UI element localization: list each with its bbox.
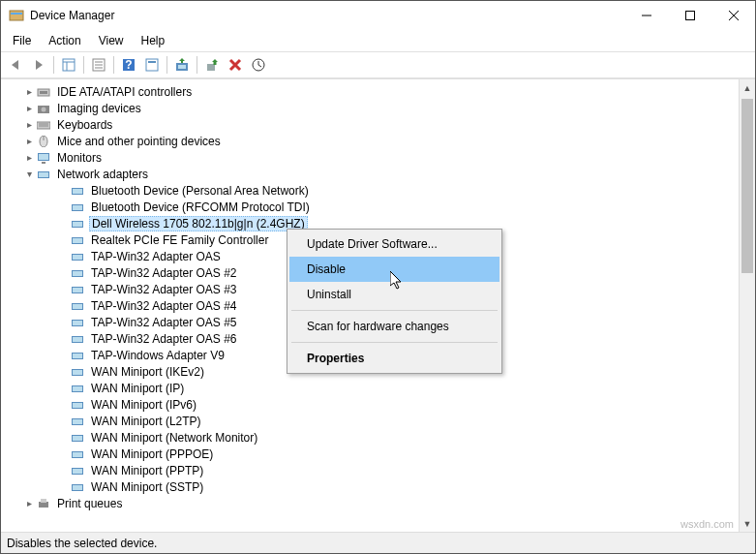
context-menu-item[interactable]: Update Driver Software... xyxy=(289,231,499,257)
tree-category[interactable]: ▸Monitors xyxy=(1,149,739,166)
tree-device[interactable]: WAN Miniport (IPv6) xyxy=(1,396,739,413)
context-menu-item[interactable]: Properties xyxy=(289,346,499,371)
scroll-down-icon[interactable]: ▼ xyxy=(740,515,755,532)
svg-rect-3 xyxy=(685,12,694,20)
show-hide-tree-button[interactable] xyxy=(58,54,79,76)
tree-device[interactable]: WAN Miniport (IP) xyxy=(1,380,739,396)
tree-category[interactable]: ▸Imaging devices xyxy=(1,100,739,116)
title-bar: Device Manager xyxy=(1,1,755,30)
tree-category[interactable]: ▾Network adapters xyxy=(1,166,739,182)
device-icon xyxy=(70,217,85,231)
expander-icon[interactable]: ▾ xyxy=(22,169,36,179)
device-icon xyxy=(70,464,85,477)
expander-icon[interactable]: ▸ xyxy=(22,153,36,163)
expander-icon[interactable]: ▸ xyxy=(22,499,36,508)
properties-button[interactable] xyxy=(88,54,109,76)
category-icon xyxy=(36,151,51,165)
category-label: Keyboards xyxy=(55,118,114,132)
device-label: WAN Miniport (IP) xyxy=(89,382,186,395)
status-text: Disables the selected device. xyxy=(7,537,157,550)
maximize-button[interactable] xyxy=(668,1,711,30)
tree-category[interactable]: ▸Print queues xyxy=(1,495,739,511)
svg-rect-40 xyxy=(73,222,82,227)
category-icon xyxy=(36,497,51,510)
svg-point-24 xyxy=(42,107,46,111)
category-label: Imaging devices xyxy=(55,102,143,115)
svg-rect-36 xyxy=(73,189,82,194)
tree-device[interactable]: WAN Miniport (PPTP) xyxy=(1,462,739,478)
tree-device[interactable]: WAN Miniport (PPPOE) xyxy=(1,446,739,462)
tree-device[interactable]: WAN Miniport (SSTP) xyxy=(1,478,739,495)
device-icon xyxy=(70,250,85,263)
tree-device[interactable]: WAN Miniport (L2TP) xyxy=(1,413,739,429)
expander-icon[interactable]: ▸ xyxy=(22,137,36,146)
scan-hardware-button[interactable] xyxy=(248,54,269,76)
svg-rect-58 xyxy=(73,370,82,375)
tree-device[interactable]: Bluetooth Device (Personal Area Network) xyxy=(1,182,739,199)
tree-category[interactable]: ▸Mice and other pointing devices xyxy=(1,133,739,149)
help-button[interactable]: ? xyxy=(118,54,139,76)
svg-rect-46 xyxy=(73,271,82,276)
device-label: TAP-Win32 Adapter OAS #5 xyxy=(89,316,239,329)
device-icon xyxy=(70,431,85,445)
context-menu-item[interactable]: Scan for hardware changes xyxy=(289,314,499,339)
expander-icon[interactable]: ▸ xyxy=(22,87,36,97)
menu-action[interactable]: Action xyxy=(41,32,88,49)
device-icon xyxy=(70,184,85,198)
menu-help[interactable]: Help xyxy=(134,32,173,49)
toolbar-separator xyxy=(113,56,114,74)
device-label: Dell Wireless 1705 802.11b|g|n (2.4GHZ) xyxy=(89,216,308,231)
category-label: Monitors xyxy=(55,151,104,165)
back-button[interactable] xyxy=(5,54,26,76)
tree-device[interactable]: WAN Miniport (Network Monitor) xyxy=(1,429,739,446)
svg-rect-54 xyxy=(73,337,82,342)
status-bar: Disables the selected device. xyxy=(1,532,755,553)
svg-rect-32 xyxy=(42,162,45,164)
vertical-scrollbar[interactable]: ▲ ▼ xyxy=(739,79,755,532)
scrollbar-thumb[interactable] xyxy=(741,99,753,273)
uninstall-button[interactable] xyxy=(225,54,246,76)
device-icon xyxy=(70,266,85,280)
action-button[interactable] xyxy=(141,54,163,76)
tree-category[interactable]: ▸IDE ATA/ATAPI controllers xyxy=(1,83,739,100)
device-label: Bluetooth Device (Personal Area Network) xyxy=(89,184,311,198)
svg-rect-18 xyxy=(178,65,186,69)
category-label: Print queues xyxy=(55,497,124,510)
device-icon xyxy=(70,200,85,214)
close-button[interactable] xyxy=(711,1,755,30)
category-label: Network adapters xyxy=(55,168,150,181)
svg-rect-1 xyxy=(11,13,22,15)
expander-icon[interactable]: ▸ xyxy=(22,104,36,113)
tree-device[interactable]: Bluetooth Device (RFCOMM Protocol TDI) xyxy=(1,199,739,215)
svg-rect-64 xyxy=(73,419,82,424)
scroll-up-icon[interactable]: ▲ xyxy=(740,79,755,96)
device-label: WAN Miniport (SSTP) xyxy=(89,480,205,494)
svg-rect-15 xyxy=(146,59,158,71)
window-title: Device Manager xyxy=(30,9,624,22)
device-icon xyxy=(70,398,85,412)
toolbar-separator xyxy=(83,56,84,74)
app-icon xyxy=(9,8,24,23)
menu-view[interactable]: View xyxy=(91,32,132,49)
minimize-button[interactable] xyxy=(624,1,668,30)
svg-rect-74 xyxy=(41,499,46,503)
watermark: wsxdn.com xyxy=(680,518,734,530)
device-label: WAN Miniport (IPv6) xyxy=(89,398,198,412)
device-label: TAP-Win32 Adapter OAS #4 xyxy=(89,299,239,313)
tree-category[interactable]: ▸Keyboards xyxy=(1,116,739,133)
svg-rect-52 xyxy=(73,321,82,325)
category-icon xyxy=(36,102,51,115)
expander-icon[interactable]: ▸ xyxy=(22,120,36,130)
svg-rect-34 xyxy=(39,172,48,177)
category-icon xyxy=(36,118,51,132)
toolbar: ? xyxy=(1,51,755,78)
update-driver-button[interactable] xyxy=(171,54,193,76)
forward-button[interactable] xyxy=(28,54,49,76)
enable-button[interactable] xyxy=(201,54,223,76)
device-icon xyxy=(70,382,85,395)
menu-file[interactable]: File xyxy=(5,32,39,49)
svg-rect-31 xyxy=(39,154,48,160)
category-icon xyxy=(36,168,51,181)
device-label: TAP-Win32 Adapter OAS xyxy=(89,250,223,263)
device-label: TAP-Windows Adapter V9 xyxy=(89,349,227,362)
